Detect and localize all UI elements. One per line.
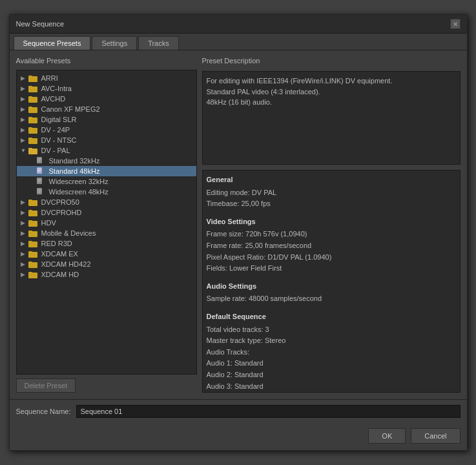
tree-item-label: XDCAM EX <box>41 250 78 258</box>
chevron-right-icon: ▶ <box>21 220 28 226</box>
chevron-right-icon: ▶ <box>21 240 28 247</box>
folder-icon <box>28 105 39 113</box>
svg-rect-39 <box>28 231 32 232</box>
main-content: Available Presets ▶ ARRI ▶ AVC-Intra <box>10 50 467 399</box>
folder-icon <box>28 271 39 278</box>
chevron-right-icon: ▶ <box>21 106 28 112</box>
chevron-right-icon: ▶ <box>21 75 28 81</box>
svg-rect-37 <box>28 220 32 222</box>
chevron-right-icon: ▶ <box>21 230 28 236</box>
folder-icon <box>28 219 39 227</box>
list-item[interactable]: ▶ DV - 24P <box>17 125 196 135</box>
svg-rect-47 <box>28 272 32 274</box>
preset-file-icon <box>36 178 47 185</box>
folder-icon <box>28 116 39 123</box>
chevron-right-icon: ▶ <box>21 137 28 143</box>
tree-item-label: XDCAM HD <box>41 271 79 278</box>
audio-3: Audio 3: Standard <box>207 381 456 393</box>
list-item[interactable]: ▼ DV - PAL <box>17 145 196 156</box>
chevron-right-icon: ▶ <box>21 261 28 267</box>
list-item[interactable]: Standard 48kHz <box>17 166 196 176</box>
svg-rect-25 <box>37 179 41 180</box>
tree-item-label: Canon XF MPEG2 <box>41 105 100 113</box>
folder-icon <box>28 85 39 92</box>
svg-rect-41 <box>28 241 32 243</box>
list-item[interactable]: Standard 32kHz <box>17 156 196 166</box>
ok-button[interactable]: OK <box>368 428 406 444</box>
list-item[interactable]: ▶ DVCPROHD <box>17 207 196 218</box>
svg-rect-11 <box>28 127 32 129</box>
chevron-right-icon: ▶ <box>21 271 28 278</box>
cancel-button[interactable]: Cancel <box>411 428 460 444</box>
svg-rect-29 <box>37 189 41 190</box>
fields: Fields: Lower Field First <box>207 263 456 274</box>
list-item[interactable]: Widescreen 32kHz <box>17 176 196 187</box>
list-item[interactable]: ▶ Mobile & Devices <box>17 228 196 238</box>
sequence-name-input[interactable] <box>76 405 460 418</box>
spacer <box>28 158 36 164</box>
list-item[interactable]: ▶ AVCHD <box>17 94 196 104</box>
tree-item-label: AVCHD <box>41 95 66 103</box>
tab-sequence-presets[interactable]: Sequence Presets <box>14 36 91 50</box>
folder-icon <box>28 240 39 247</box>
video-settings-title: Video Settings <box>207 216 456 228</box>
delete-preset-button[interactable]: Delete Preset <box>16 378 76 393</box>
folder-icon <box>28 209 39 216</box>
tab-settings[interactable]: Settings <box>92 36 137 50</box>
default-section: Default Sequence Total video tracks: 3 M… <box>207 311 456 392</box>
default-sequence-title: Default Sequence <box>207 311 456 323</box>
list-item[interactable]: ▶ XDCAM HD422 <box>17 259 196 269</box>
svg-rect-22 <box>37 170 41 170</box>
list-item[interactable]: ▶ RED R3D <box>17 238 196 249</box>
tree-item-label: ARRI <box>41 74 58 82</box>
svg-rect-31 <box>37 192 40 192</box>
svg-rect-15 <box>28 148 32 150</box>
tree-item-label: XDCAM HD422 <box>41 260 91 268</box>
list-item[interactable]: ▶ XDCAM EX <box>17 249 196 259</box>
preset-file-icon <box>36 167 47 175</box>
list-item[interactable]: ▶ Digital SLR <box>17 114 196 125</box>
presets-tree[interactable]: ▶ ARRI ▶ AVC-Intra ▶ <box>16 70 197 375</box>
new-sequence-dialog: New Sequence ✕ Sequence Presets Settings… <box>9 14 468 451</box>
frame-size: Frame size: 720h 576v (1,0940) <box>207 229 456 240</box>
folder-icon <box>28 260 39 268</box>
footer-buttons: OK Cancel <box>10 423 467 450</box>
svg-rect-7 <box>28 107 32 108</box>
chevron-right-icon: ▶ <box>21 251 28 257</box>
chevron-right-icon: ▶ <box>21 199 28 205</box>
list-item[interactable]: ▶ Canon XF MPEG2 <box>17 104 196 114</box>
list-item[interactable]: ▶ HDV <box>17 218 196 228</box>
tree-item-label: HDV <box>41 219 56 227</box>
folder-icon <box>28 95 39 103</box>
svg-rect-13 <box>28 138 32 140</box>
svg-rect-35 <box>28 210 32 212</box>
list-item[interactable]: ▶ AVC-Intra <box>17 83 196 94</box>
svg-rect-43 <box>28 251 32 253</box>
list-item[interactable]: Widescreen 48kHz <box>17 187 196 197</box>
audio-tracks-label: Audio Tracks: <box>207 347 456 358</box>
sequence-name-bar: Sequence Name: <box>10 399 467 423</box>
chevron-right-icon: ▶ <box>21 127 28 133</box>
tree-item-label: DV - NTSC <box>41 136 77 144</box>
tree-item-label: Standard 32kHz <box>49 157 100 165</box>
tree-item-label: Widescreen 48kHz <box>49 188 109 196</box>
chevron-right-icon: ▶ <box>21 116 28 123</box>
folder-icon <box>28 229 39 237</box>
folder-icon <box>28 250 39 258</box>
spacer <box>28 168 36 174</box>
audio-section: Audio Settings Sample rate: 48000 sample… <box>207 281 456 305</box>
frame-rate: Frame rate: 25,00 frames/second <box>207 240 456 252</box>
folder-open-icon <box>28 147 39 154</box>
tree-item-label: DVCPRO50 <box>41 198 79 206</box>
total-video-tracks: Total video tracks: 3 <box>207 324 456 336</box>
list-item[interactable]: ▶ ARRI <box>17 73 196 83</box>
editing-mode: Editing mode: DV PAL <box>207 187 456 199</box>
preset-file-icon <box>36 157 47 165</box>
chevron-right-icon: ▶ <box>21 209 28 216</box>
right-panel: Preset Description For editing with IEEE… <box>202 57 460 393</box>
tab-tracks[interactable]: Tracks <box>138 36 179 50</box>
list-item[interactable]: ▶ DV - NTSC <box>17 135 196 145</box>
list-item[interactable]: ▶ DVCPRO50 <box>17 197 196 207</box>
close-button[interactable]: ✕ <box>450 19 460 29</box>
list-item[interactable]: ▶ XDCAM HD <box>17 269 196 280</box>
